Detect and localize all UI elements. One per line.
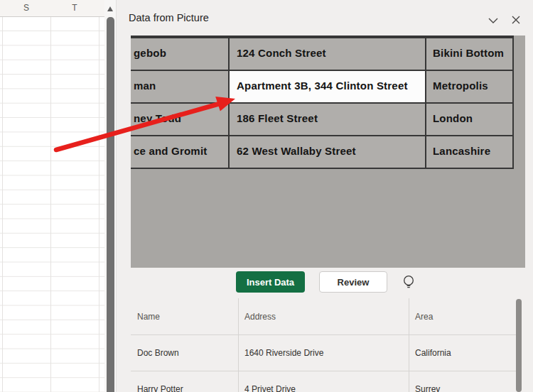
column-header-t[interactable]: T: [50, 3, 99, 13]
pane-title: Data from Picture: [129, 12, 209, 23]
results-address-cell: 4 Privet Drive: [239, 371, 409, 392]
scrollbar-thumb[interactable]: [107, 17, 114, 392]
close-pane-button[interactable]: [507, 11, 524, 28]
results-row: Harry Potter 4 Privet Drive Surrey: [131, 371, 522, 392]
results-table: Name Address Area Doc Brown 1640 Riversi…: [131, 298, 522, 392]
results-header-name: Name: [131, 298, 239, 335]
results-name-cell: Harry Potter: [131, 371, 239, 392]
results-row: Doc Brown 1640 Riverside Drive Californi…: [131, 335, 522, 371]
preview-highlighted-cell: Apartment 3B, 344 Clinton Street: [230, 71, 426, 102]
app-window: S T Data from Picture gebob 124 Conch St…: [0, 0, 533, 392]
spreadsheet-cells[interactable]: [0, 17, 104, 392]
chevron-down-icon: [485, 11, 502, 28]
results-header-row: Name Address Area: [131, 298, 522, 335]
preview-area-cell: Bikini Bottom: [426, 38, 514, 70]
preview-name-cell: ney Todd: [131, 104, 230, 135]
column-header-s[interactable]: S: [2, 3, 50, 13]
preview-area-cell: Lancashire: [426, 136, 514, 168]
results-address-cell: 1640 Riverside Drive: [239, 335, 409, 371]
preview-row: ney Todd 186 Fleet Street London: [131, 104, 514, 136]
data-from-picture-pane: Data from Picture gebob 124 Conch Street…: [116, 0, 533, 392]
results-scrollbar[interactable]: [516, 299, 522, 392]
results-header-area: Area: [409, 298, 522, 335]
grid-column-line: [2, 0, 3, 392]
results-name-cell: Doc Brown: [131, 335, 239, 371]
collapse-pane-button[interactable]: [485, 11, 502, 28]
preview-address-cell: 124 Conch Street: [230, 38, 426, 70]
preview-address-cell: 186 Fleet Street: [230, 104, 426, 135]
preview-area-cell: Metropolis: [426, 71, 514, 102]
sheet-vertical-scrollbar[interactable]: [104, 0, 116, 392]
results-area-cell: California: [409, 335, 522, 371]
preview-row: gebob 124 Conch Street Bikini Bottom: [131, 38, 514, 71]
preview-name-cell: gebob: [131, 38, 230, 70]
preview-name-cell: ce and Gromit: [131, 136, 230, 168]
column-header-row: S T: [0, 0, 104, 17]
results-area-cell: Surrey: [409, 371, 522, 392]
preview-row: man Apartment 3B, 344 Clinton Street Met…: [131, 71, 514, 104]
grid-column-line: [99, 0, 99, 392]
spreadsheet-grid[interactable]: S T: [0, 0, 104, 392]
preview-area-cell: London: [426, 104, 514, 135]
scroll-up-icon[interactable]: [107, 6, 113, 11]
grid-column-line: [50, 0, 51, 392]
preview-address-cell: 62 West Wallaby Street: [230, 136, 426, 168]
preview-name-cell: man: [131, 71, 230, 102]
insert-data-button[interactable]: Insert Data: [236, 271, 305, 293]
results-header-address: Address: [239, 298, 409, 335]
preview-row: ce and Gromit 62 West Wallaby Street Lan…: [131, 136, 514, 169]
tips-button[interactable]: [401, 273, 418, 292]
close-icon: [507, 11, 524, 28]
lightbulb-icon: [401, 273, 418, 292]
picture-preview: gebob 124 Conch Street Bikini Bottom man…: [131, 36, 525, 268]
preview-table: gebob 124 Conch Street Bikini Bottom man…: [131, 36, 514, 169]
review-button[interactable]: Review: [319, 271, 387, 293]
